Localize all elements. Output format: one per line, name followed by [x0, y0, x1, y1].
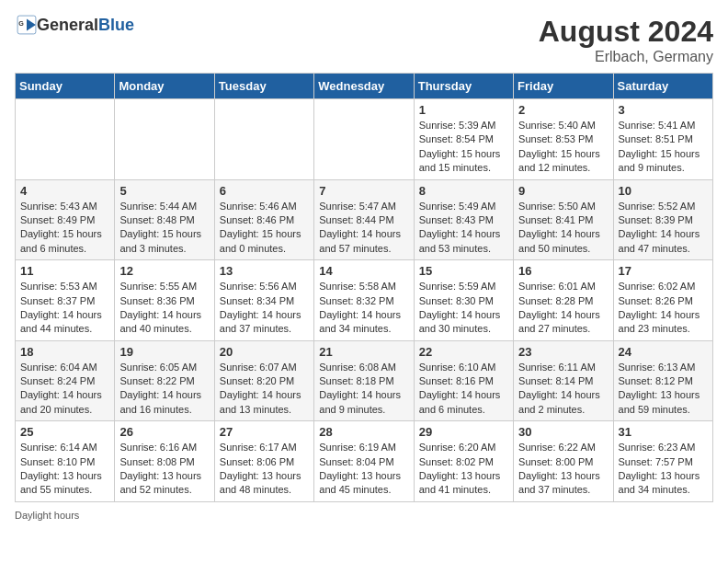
calendar-cell: 19Sunrise: 6:05 AMSunset: 8:22 PMDayligh…: [115, 340, 214, 421]
calendar-cell: 26Sunrise: 6:16 AMSunset: 8:08 PMDayligh…: [115, 421, 214, 502]
calendar-cell: [214, 99, 313, 180]
calendar-week-1: 1Sunrise: 5:39 AMSunset: 8:54 PMDaylight…: [16, 99, 713, 180]
day-number: 26: [119, 425, 209, 439]
day-number: 27: [220, 425, 309, 439]
calendar-cell: 9Sunrise: 5:50 AMSunset: 8:41 PMDaylight…: [514, 179, 613, 260]
day-number: 30: [518, 425, 608, 439]
calendar-cell: [16, 99, 115, 180]
day-info: Sunrise: 5:47 AMSunset: 8:44 PMDaylight:…: [319, 200, 408, 257]
calendar-cell: [115, 99, 214, 180]
svg-text:G: G: [18, 20, 24, 28]
calendar-cell: 16Sunrise: 6:01 AMSunset: 8:28 PMDayligh…: [514, 260, 613, 341]
day-number: 20: [220, 345, 309, 359]
day-info: Sunrise: 6:22 AMSunset: 8:00 PMDaylight:…: [518, 441, 608, 498]
day-info: Sunrise: 6:20 AMSunset: 8:02 PMDaylight:…: [419, 441, 508, 498]
day-info: Sunrise: 6:16 AMSunset: 8:08 PMDaylight:…: [119, 441, 209, 498]
calendar-week-3: 11Sunrise: 5:53 AMSunset: 8:37 PMDayligh…: [16, 260, 713, 341]
logo-icon: G: [17, 15, 37, 35]
day-number: 8: [419, 184, 508, 198]
day-number: 25: [20, 425, 109, 439]
day-info: Sunrise: 6:08 AMSunset: 8:18 PMDaylight:…: [319, 361, 408, 418]
logo-general: General: [37, 16, 98, 34]
calendar-cell: 28Sunrise: 6:19 AMSunset: 8:04 PMDayligh…: [314, 421, 414, 502]
day-info: Sunrise: 6:23 AMSunset: 7:57 PMDaylight:…: [619, 441, 708, 498]
day-info: Sunrise: 6:14 AMSunset: 8:10 PMDaylight:…: [20, 441, 109, 498]
day-number: 10: [619, 184, 708, 198]
calendar-cell: 21Sunrise: 6:08 AMSunset: 8:18 PMDayligh…: [314, 340, 414, 421]
calendar-cell: 11Sunrise: 5:53 AMSunset: 8:37 PMDayligh…: [16, 260, 115, 341]
calendar-cell: 29Sunrise: 6:20 AMSunset: 8:02 PMDayligh…: [414, 421, 513, 502]
calendar-cell: 10Sunrise: 5:52 AMSunset: 8:39 PMDayligh…: [613, 179, 712, 260]
day-info: Sunrise: 5:43 AMSunset: 8:49 PMDaylight:…: [20, 200, 109, 257]
calendar-cell: [314, 99, 414, 180]
day-number: 29: [419, 425, 508, 439]
location: Erlbach, Germany: [539, 49, 713, 65]
page-header: G GeneralBlue August 2024 Erlbach, Germa…: [15, 15, 713, 65]
calendar-cell: 23Sunrise: 6:11 AMSunset: 8:14 PMDayligh…: [514, 340, 613, 421]
day-info: Sunrise: 5:40 AMSunset: 8:53 PMDaylight:…: [518, 119, 608, 176]
day-number: 24: [619, 345, 708, 359]
calendar-cell: 31Sunrise: 6:23 AMSunset: 7:57 PMDayligh…: [613, 421, 712, 502]
weekday-header-friday: Friday: [514, 74, 613, 99]
day-number: 1: [419, 103, 508, 117]
weekday-header-thursday: Thursday: [414, 74, 513, 99]
weekday-header-row: SundayMondayTuesdayWednesdayThursdayFrid…: [16, 74, 713, 99]
calendar-cell: 7Sunrise: 5:47 AMSunset: 8:44 PMDaylight…: [314, 179, 414, 260]
calendar-cell: 27Sunrise: 6:17 AMSunset: 8:06 PMDayligh…: [214, 421, 313, 502]
calendar-cell: 8Sunrise: 5:49 AMSunset: 8:43 PMDaylight…: [414, 179, 513, 260]
day-info: Sunrise: 5:41 AMSunset: 8:51 PMDaylight:…: [619, 119, 708, 176]
calendar-cell: 20Sunrise: 6:07 AMSunset: 8:20 PMDayligh…: [214, 340, 313, 421]
calendar-cell: 30Sunrise: 6:22 AMSunset: 8:00 PMDayligh…: [514, 421, 613, 502]
day-number: 6: [220, 184, 309, 198]
calendar-cell: 17Sunrise: 6:02 AMSunset: 8:26 PMDayligh…: [613, 260, 712, 341]
logo-blue: Blue: [98, 16, 134, 34]
day-info: Sunrise: 6:10 AMSunset: 8:16 PMDaylight:…: [419, 361, 508, 418]
day-number: 7: [319, 184, 408, 198]
day-number: 16: [518, 264, 608, 278]
daylight-label: Daylight hours: [15, 510, 79, 521]
weekday-header-tuesday: Tuesday: [214, 74, 313, 99]
calendar-week-2: 4Sunrise: 5:43 AMSunset: 8:49 PMDaylight…: [16, 179, 713, 260]
weekday-header-wednesday: Wednesday: [314, 74, 414, 99]
day-info: Sunrise: 6:13 AMSunset: 8:12 PMDaylight:…: [619, 361, 708, 418]
day-info: Sunrise: 5:44 AMSunset: 8:48 PMDaylight:…: [119, 200, 209, 257]
logo: G GeneralBlue: [15, 15, 134, 35]
weekday-header-saturday: Saturday: [613, 74, 712, 99]
calendar-cell: 22Sunrise: 6:10 AMSunset: 8:16 PMDayligh…: [414, 340, 513, 421]
day-number: 5: [119, 184, 209, 198]
day-info: Sunrise: 6:04 AMSunset: 8:24 PMDaylight:…: [20, 361, 109, 418]
calendar-cell: 24Sunrise: 6:13 AMSunset: 8:12 PMDayligh…: [613, 340, 712, 421]
day-number: 9: [518, 184, 608, 198]
title-block: August 2024 Erlbach, Germany: [539, 15, 713, 65]
day-info: Sunrise: 5:53 AMSunset: 8:37 PMDaylight:…: [20, 280, 109, 337]
day-info: Sunrise: 5:56 AMSunset: 8:34 PMDaylight:…: [220, 280, 309, 337]
calendar-cell: 3Sunrise: 5:41 AMSunset: 8:51 PMDaylight…: [613, 99, 712, 180]
day-number: 15: [419, 264, 508, 278]
day-info: Sunrise: 5:59 AMSunset: 8:30 PMDaylight:…: [419, 280, 508, 337]
day-info: Sunrise: 6:05 AMSunset: 8:22 PMDaylight:…: [119, 361, 209, 418]
calendar-table: SundayMondayTuesdayWednesdayThursdayFrid…: [15, 73, 713, 502]
day-number: 4: [20, 184, 109, 198]
day-number: 14: [319, 264, 408, 278]
day-info: Sunrise: 5:49 AMSunset: 8:43 PMDaylight:…: [419, 200, 508, 257]
calendar-cell: 15Sunrise: 5:59 AMSunset: 8:30 PMDayligh…: [414, 260, 513, 341]
calendar-cell: 12Sunrise: 5:55 AMSunset: 8:36 PMDayligh…: [115, 260, 214, 341]
day-number: 28: [319, 425, 408, 439]
month-year: August 2024: [539, 15, 713, 49]
day-number: 23: [518, 345, 608, 359]
calendar-cell: 13Sunrise: 5:56 AMSunset: 8:34 PMDayligh…: [214, 260, 313, 341]
calendar-week-4: 18Sunrise: 6:04 AMSunset: 8:24 PMDayligh…: [16, 340, 713, 421]
day-number: 31: [619, 425, 708, 439]
day-number: 22: [419, 345, 508, 359]
weekday-header-sunday: Sunday: [16, 74, 115, 99]
day-number: 21: [319, 345, 408, 359]
day-number: 3: [619, 103, 708, 117]
day-number: 11: [20, 264, 109, 278]
calendar-cell: 6Sunrise: 5:46 AMSunset: 8:46 PMDaylight…: [214, 179, 313, 260]
calendar-cell: 1Sunrise: 5:39 AMSunset: 8:54 PMDaylight…: [414, 99, 513, 180]
day-info: Sunrise: 6:02 AMSunset: 8:26 PMDaylight:…: [619, 280, 708, 337]
weekday-header-monday: Monday: [115, 74, 214, 99]
day-number: 13: [220, 264, 309, 278]
day-number: 2: [518, 103, 608, 117]
calendar-cell: 2Sunrise: 5:40 AMSunset: 8:53 PMDaylight…: [514, 99, 613, 180]
